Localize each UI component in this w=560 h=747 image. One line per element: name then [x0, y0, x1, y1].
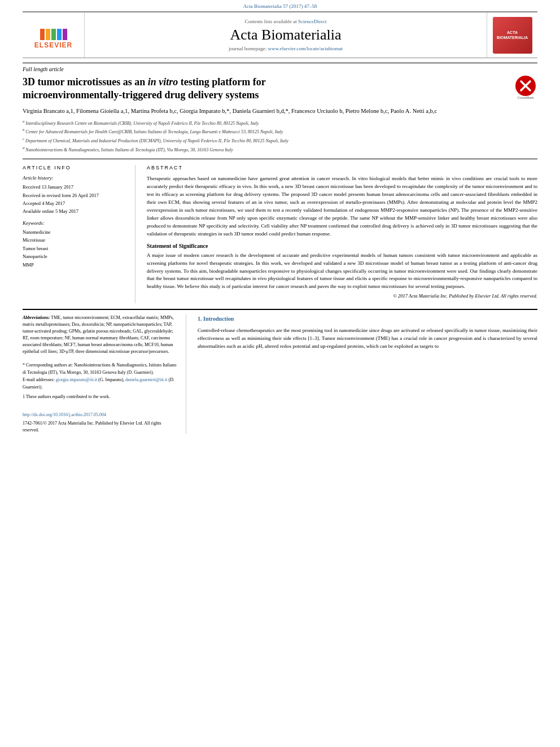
- elsevier-logo: ELSEVIER: [23, 12, 85, 58]
- article-info-abstract: ARTICLE INFO Article history: Received 1…: [23, 159, 537, 303]
- journal-citation: Acta Biomaterialia 57 (2017) 47–58: [243, 3, 317, 9]
- significance-heading: Statement of Significance: [147, 243, 537, 249]
- keywords-list: Nanomedicine Microtissue Tumor breast Na…: [23, 228, 126, 269]
- article-type: Full length article: [23, 63, 537, 72]
- affiliation-b: b Center for Advanced Biomaterials for H…: [23, 127, 537, 136]
- doi-links: http://dx.doi.org/10.1016/j.actbio.2017.…: [23, 412, 177, 434]
- bottom-left: Abbreviations: TME, tumor microenvironme…: [23, 314, 186, 433]
- introduction-section: 1. Introduction Controlled-release chemo…: [198, 314, 537, 433]
- affiliation-c: c Department of Chemical, Materials and …: [23, 136, 537, 145]
- page: Acta Biomaterialia 57 (2017) 47–58 ELSEV…: [0, 0, 560, 747]
- corresponding-footnote: * Corresponding authors at: Nanobiointer…: [23, 362, 177, 377]
- journal-header: ELSEVIER Contents lists available at Sci…: [23, 11, 537, 58]
- crossmark-circle: [515, 76, 536, 96]
- journal-bar: Acta Biomaterialia 57 (2017) 47–58: [0, 0, 560, 11]
- doi-link[interactable]: http://dx.doi.org/10.1016/j.actbio.2017.…: [23, 412, 106, 417]
- article-info-heading: ARTICLE INFO: [23, 165, 126, 171]
- keyword-5: MMP: [23, 261, 126, 269]
- copyright-text: © 2017 Acta Materialia Inc. Published by…: [147, 293, 537, 299]
- available-date: Available online 5 May 2017: [23, 207, 126, 215]
- abbreviations: Abbreviations: TME, tumor microenvironme…: [23, 314, 177, 355]
- sciencedirect-link[interactable]: ScienceDirect: [298, 19, 326, 24]
- article-body: Full length article 3D tumor microtissue…: [23, 58, 537, 303]
- article-dates: Received 13 January 2017 Received in rev…: [23, 183, 126, 216]
- article-info-column: ARTICLE INFO Article history: Received 1…: [23, 165, 135, 303]
- affiliation-a: a Interdisciplinary Research Centre on B…: [23, 119, 537, 127]
- email-footnote: E-mail addresses: giorgia.imparato@iit.i…: [23, 377, 177, 391]
- journal-homepage: journal homepage: www.elsevier.com/locat…: [229, 46, 343, 51]
- email1-link[interactable]: giorgia.imparato@iit.it: [56, 377, 97, 382]
- affiliation-d: d Nanobiointeractions & Nanodiagnostics,…: [23, 145, 537, 154]
- significance-text: A major issue of modern cancer research …: [147, 252, 537, 291]
- article-history-label: Article history:: [23, 175, 126, 181]
- journal-title: Acta Biomaterialia: [230, 27, 341, 43]
- affiliations: a Interdisciplinary Research Centre on B…: [23, 119, 537, 154]
- header-center: Contents lists available at ScienceDirec…: [85, 12, 487, 58]
- keyword-2: Microtissue: [23, 236, 126, 244]
- keyword-1: Nanomedicine: [23, 228, 126, 236]
- crossmark-label: CrossMark: [517, 96, 533, 99]
- accepted-date: Accepted 4 May 2017: [23, 199, 126, 207]
- authors: Virginia Brancato a,1, Filomena Gioiella…: [23, 107, 537, 116]
- abstract-text: Therapeutic approaches based on nanomedi…: [147, 175, 537, 238]
- elsevier-text: ELSEVIER: [34, 41, 72, 49]
- intro-text: Controlled-release chemotherapeutics are…: [198, 327, 537, 351]
- keyword-3: Tumor breast: [23, 244, 126, 252]
- abstract-column: ABSTRACT Therapeutic approaches based on…: [147, 165, 537, 303]
- homepage-url[interactable]: www.elsevier.com/locate/actabiomat: [268, 46, 343, 51]
- article-title-row: 3D tumor microtissues as an in vitro tes…: [23, 76, 537, 102]
- keywords-label: Keywords:: [23, 220, 126, 226]
- keyword-4: Nanoparticle: [23, 252, 126, 260]
- abstract-heading: ABSTRACT: [147, 165, 537, 171]
- intro-heading: 1. Introduction: [198, 314, 537, 324]
- revised-date: Received in revised form 26 April 2017: [23, 191, 126, 199]
- acta-logo-box: ACTABIOMATERIALIA: [493, 17, 532, 54]
- issn-line: 1742-7061/© 2017 Acta Materialia Inc. Pu…: [23, 420, 177, 434]
- acta-logo-right: ACTABIOMATERIALIA: [487, 12, 537, 58]
- equal-contribution: 1 These authors equally contributed to t…: [23, 394, 177, 400]
- article-title: 3D tumor microtissues as an in vitro tes…: [23, 76, 507, 102]
- bottom-section: Abbreviations: TME, tumor microenvironme…: [23, 309, 537, 433]
- received-date: Received 13 January 2017: [23, 183, 126, 191]
- crossmark[interactable]: CrossMark: [514, 76, 537, 99]
- contents-available: Contents lists available at ScienceDirec…: [245, 19, 327, 24]
- email2-link[interactable]: daniela.guarnieri@iit.it: [125, 377, 167, 382]
